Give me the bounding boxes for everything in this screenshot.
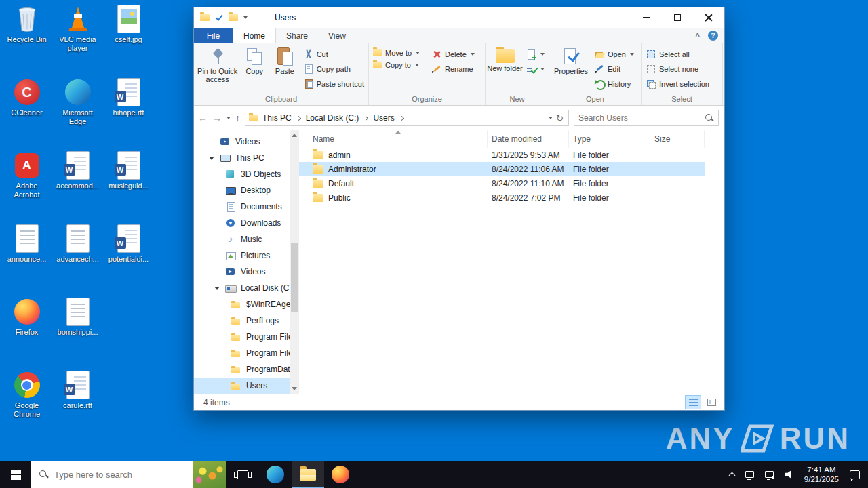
address-history-chevron-icon[interactable] <box>549 117 553 119</box>
copy-to-button[interactable]: Copy to <box>370 61 429 69</box>
breadcrumb-this-pc[interactable]: This PC <box>259 113 295 123</box>
qat-properties-icon[interactable] <box>215 14 223 22</box>
delete-button[interactable]: Delete <box>429 49 483 60</box>
easy-access-button[interactable] <box>523 64 547 75</box>
nav-item-downloads[interactable]: Downloads <box>194 215 290 231</box>
new-folder-button[interactable]: New folder <box>487 44 523 95</box>
copy-path-button[interactable]: Copy path <box>300 64 367 75</box>
qat-customize-chevron-icon[interactable] <box>243 16 248 19</box>
forward-button[interactable]: → <box>212 113 222 123</box>
large-icons-view-button[interactable] <box>704 396 719 409</box>
help-icon[interactable]: ? <box>708 30 718 41</box>
breadcrumb-separator-icon[interactable] <box>399 115 404 120</box>
file-row-default[interactable]: Default 8/24/2022 11:10 AM File folder <box>299 176 705 190</box>
desktop-icon-hihope[interactable]: W hihope.rtf <box>103 75 154 148</box>
nav-scrollbar[interactable] <box>290 130 299 394</box>
start-button[interactable] <box>0 461 31 488</box>
cut-button[interactable]: Cut <box>300 49 367 60</box>
nav-item-desktop[interactable]: Desktop <box>194 182 290 199</box>
column-header-type[interactable]: Type <box>569 130 650 148</box>
desktop-icon-ccleaner[interactable]: C CCleaner <box>1 75 52 148</box>
breadcrumb-separator-icon[interactable] <box>363 115 368 120</box>
minimize-button[interactable] <box>631 7 662 28</box>
column-header-date-modified[interactable]: Date modified <box>488 130 569 148</box>
title-bar[interactable]: Users <box>194 7 724 28</box>
tab-view[interactable]: View <box>318 28 356 43</box>
nav-item-program-files-x86[interactable]: Program Files <box>194 345 290 361</box>
maximize-button[interactable] <box>662 7 693 28</box>
expander-icon[interactable] <box>209 157 214 160</box>
refresh-icon[interactable]: ↻ <box>553 113 566 123</box>
nav-item-3d-objects[interactable]: 3D Objects <box>194 166 290 182</box>
nav-item-users[interactable]: Users <box>194 378 290 394</box>
copy-button[interactable]: Copy <box>239 44 269 95</box>
qat-new-folder-icon[interactable] <box>229 14 238 21</box>
paste-button[interactable]: Paste <box>269 44 300 95</box>
properties-button[interactable]: Properties <box>551 44 591 95</box>
tray-show-hidden-icons-button[interactable] <box>724 461 740 488</box>
task-view-button[interactable] <box>226 461 259 488</box>
select-none-button[interactable]: Select none <box>643 64 712 75</box>
desktop-icon-firefox[interactable]: Firefox <box>1 294 52 367</box>
select-all-button[interactable]: Select all <box>643 49 712 60</box>
invert-selection-button[interactable]: Invert selection <box>643 79 712 89</box>
desktop-icon-advancech[interactable]: advancech... <box>52 221 103 294</box>
pin-to-quick-access-button[interactable]: Pin to Quick access <box>195 44 239 95</box>
column-header-name[interactable]: Name <box>299 130 488 148</box>
desktop-icon-accommod[interactable]: W accommod... <box>52 148 103 221</box>
desktop-icon-cself[interactable]: cself.jpg <box>103 1 154 75</box>
taskbar-firefox-button[interactable] <box>324 461 357 488</box>
taskbar-search[interactable] <box>31 461 226 488</box>
nav-item-pictures[interactable]: Pictures <box>194 247 290 264</box>
nav-item-documents[interactable]: Documents <box>194 199 290 215</box>
desktop-icon-vlc[interactable]: VLC media player <box>52 1 103 75</box>
search-icon[interactable] <box>705 114 714 123</box>
edit-button[interactable]: Edit <box>591 64 637 75</box>
desktop-icon-recycle-bin[interactable]: Recycle Bin <box>1 1 52 75</box>
desktop-icon-bornshippi[interactable]: bornshippi... <box>52 294 103 367</box>
back-button[interactable]: ← <box>198 113 208 123</box>
nav-item-winreagent[interactable]: $WinREAgent <box>194 296 290 312</box>
taskbar-edge-button[interactable] <box>259 461 292 488</box>
paste-shortcut-button[interactable]: Paste shortcut <box>300 79 367 89</box>
new-item-button[interactable] <box>523 49 547 60</box>
breadcrumb-users[interactable]: Users <box>370 113 397 123</box>
taskbar-clock[interactable]: 7:41 AM 9/21/2025 <box>799 465 844 484</box>
desktop-icon-carule[interactable]: W carule.rtf <box>52 367 103 441</box>
nav-item-videos[interactable]: Videos <box>194 264 290 280</box>
tray-network-button[interactable] <box>760 461 779 488</box>
recent-locations-chevron-icon[interactable] <box>226 117 231 119</box>
breadcrumb-local-disk[interactable]: Local Disk (C:) <box>302 113 363 123</box>
breadcrumb-separator-icon[interactable] <box>296 115 301 120</box>
nav-item-music[interactable]: ♪Music <box>194 231 290 247</box>
nav-item-perflogs[interactable]: PerfLogs <box>194 312 290 329</box>
desktop-icon-potentialdi[interactable]: W potentialdi... <box>103 221 154 294</box>
history-button[interactable]: History <box>591 79 637 89</box>
scroll-up-icon[interactable] <box>292 134 297 137</box>
nav-item-program-files[interactable]: Program Files <box>194 329 290 345</box>
desktop-icon-microsoft-edge[interactable]: Microsoft Edge <box>52 75 103 148</box>
file-row-admin[interactable]: admin 1/31/2025 9:53 AM File folder <box>299 148 705 162</box>
desktop-icon-announce[interactable]: announce... <box>1 221 52 294</box>
address-box[interactable]: This PC Local Disk (C:) Users ↻ <box>245 110 569 126</box>
move-to-button[interactable]: Move to <box>370 49 429 57</box>
nav-item-this-pc[interactable]: This PC <box>194 150 290 166</box>
scroll-down-icon[interactable] <box>292 387 297 390</box>
open-button[interactable]: Open <box>591 49 637 60</box>
scrollbar-thumb[interactable] <box>291 243 298 312</box>
file-row-public[interactable]: Public 8/24/2022 7:02 PM File folder <box>299 190 705 205</box>
tab-share[interactable]: Share <box>276 28 318 43</box>
collapse-ribbon-icon[interactable]: ^ <box>696 32 700 40</box>
taskbar-search-input[interactable] <box>54 470 163 480</box>
rename-button[interactable]: Rename <box>429 64 483 75</box>
column-header-size[interactable]: Size <box>650 130 705 148</box>
tray-display-button[interactable] <box>740 461 760 488</box>
nav-item-local-disk-c[interactable]: Local Disk (C:) <box>194 280 290 296</box>
expander-icon[interactable] <box>214 287 220 290</box>
search-box[interactable] <box>574 110 719 126</box>
close-button[interactable] <box>693 7 724 28</box>
desktop-icon-adobe-acrobat[interactable]: A Adobe Acrobat <box>1 148 52 221</box>
taskbar-file-explorer-button[interactable] <box>292 461 324 488</box>
tray-volume-button[interactable] <box>779 461 799 488</box>
tab-file[interactable]: File <box>194 28 233 43</box>
